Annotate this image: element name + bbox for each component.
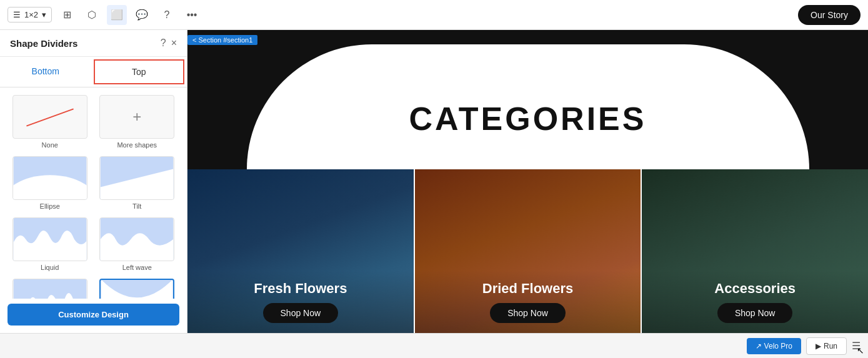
more-shapes-box: + (100, 96, 174, 138)
shape-item-liquid[interactable]: Liquid (7, 217, 92, 276)
shape-item-none[interactable]: None (7, 95, 92, 154)
tab-bottom[interactable]: Bottom (0, 57, 91, 87)
shape-item-paint-scribble[interactable]: Paint scribble (7, 279, 92, 299)
panel-tabs: Bottom Top (0, 57, 187, 87)
plus-icon: + (132, 108, 141, 126)
velo-pro-button[interactable]: ↗ Velo Pro (747, 338, 801, 354)
shape-preview-tilt (99, 156, 174, 200)
customize-design-button[interactable]: Customize Design (7, 304, 179, 326)
shape-label-more: More shapes (117, 141, 157, 149)
liquid-svg (13, 218, 87, 261)
play-icon: ▶ (816, 342, 821, 351)
shape-label-tilt: Tilt (132, 202, 141, 210)
card-fresh-flowers: Fresh Flowers Shop Now (187, 169, 415, 333)
shape-item-more[interactable]: + More shapes (95, 95, 180, 154)
add-section-button[interactable]: ⊞ (57, 5, 77, 25)
our-story-nav[interactable]: Our Story (798, 5, 861, 25)
shape-preview-liquid (12, 217, 87, 261)
chevron-down-icon: ▾ (42, 10, 46, 19)
preview-cards: Fresh Flowers Shop Now Dried Flowers Sho… (187, 169, 868, 333)
shape-preview-left-wave (99, 217, 174, 261)
preview-top-section: CATEGORIES (187, 30, 868, 169)
paint-scribble-svg (13, 279, 87, 299)
card-overlay-fresh: Fresh Flowers Shop Now (187, 271, 414, 333)
card-dried-flowers: Dried Flowers Shop Now (415, 169, 642, 333)
panel-close-button[interactable]: × (171, 37, 177, 49)
velo-pro-label: Velo Pro (764, 342, 792, 351)
shape-dividers-panel: Shape Dividers ? × Bottom Top None (0, 30, 187, 333)
card-title-accessories: Accessories (714, 281, 796, 297)
categories-title: CATEGORIES (409, 100, 647, 137)
shape-label-ellipse: Ellipse (40, 202, 60, 210)
comment-button[interactable]: 💬 (132, 5, 152, 25)
top-toolbar: ☰ 1×2 ▾ ⊞ ⬡ ⬜ 💬 ? ••• Our Story (0, 0, 868, 30)
shape-label-liquid: Liquid (41, 264, 59, 271)
card-title-fresh: Fresh Flowers (254, 281, 347, 297)
shape-preview-paint-scribble (12, 279, 87, 299)
help-button[interactable]: ? (157, 5, 177, 25)
layout-label: 1×2 (24, 10, 38, 19)
panel-title: Shape Dividers (10, 38, 77, 49)
card-overlay-accessories: Accessories Shop Now (642, 271, 868, 333)
layout-icon: ☰ (13, 10, 21, 19)
tilt-svg (100, 157, 174, 199)
none-shape-graphic (25, 101, 75, 132)
panel-header: Shape Dividers ? × (0, 30, 187, 57)
shape-item-tilt[interactable]: Tilt (95, 156, 180, 215)
shop-now-dried[interactable]: Shop Now (490, 303, 566, 323)
ellipse-svg (13, 157, 87, 199)
card-accessories: Accessories Shop Now (642, 169, 868, 333)
velo-icon: ↗ (756, 342, 762, 351)
canvas-area: < Section #section1 CATEGORIES Fresh Flo… (187, 30, 868, 333)
shape-label-none: None (42, 141, 58, 149)
shape-preview-inverted-ellipse: ↖ (99, 279, 174, 299)
main-layout: Shape Dividers ? × Bottom Top None (0, 30, 868, 333)
bottom-bar: ↗ Velo Pro ▶ Run ☰ (0, 333, 868, 358)
shop-now-accessories[interactable]: Shop Now (717, 303, 793, 323)
site-preview: CATEGORIES Fresh Flowers Shop Now (187, 30, 868, 333)
more-options-button[interactable]: ••• (182, 5, 202, 25)
left-wave-svg (100, 218, 174, 261)
shape-preview-more: + (99, 95, 174, 139)
shape-item-ellipse[interactable]: Ellipse (7, 156, 92, 215)
resize-button[interactable]: ⬜ (107, 5, 127, 25)
run-button[interactable]: ▶ Run (806, 337, 847, 355)
shape-label-left-wave: Left wave (122, 264, 152, 271)
run-label: Run (824, 342, 837, 351)
layout-selector[interactable]: ☰ 1×2 ▾ (7, 7, 52, 22)
shape-preview-ellipse (12, 156, 87, 200)
panel-help-button[interactable]: ? (161, 37, 166, 49)
panel-header-icons: ? × (161, 37, 177, 49)
card-title-dried: Dried Flowers (482, 281, 573, 297)
canvas-content[interactable]: CATEGORIES Fresh Flowers Shop Now (187, 30, 868, 333)
tab-top[interactable]: Top (94, 59, 185, 84)
inverted-ellipse-svg (101, 280, 173, 299)
card-overlay-dried: Dried Flowers Shop Now (415, 271, 641, 333)
shape-item-left-wave[interactable]: Left wave (95, 217, 180, 276)
shape-grid: None + More shapes Ell (0, 87, 187, 299)
shape-preview-none (12, 95, 87, 139)
section-label: < Section #section1 (187, 35, 257, 45)
shop-now-fresh[interactable]: Shop Now (263, 303, 339, 323)
shape-item-inverted-ellipse[interactable]: ↖ Inverted ellipse (95, 279, 180, 299)
layers-button[interactable]: ⬡ (82, 5, 102, 25)
